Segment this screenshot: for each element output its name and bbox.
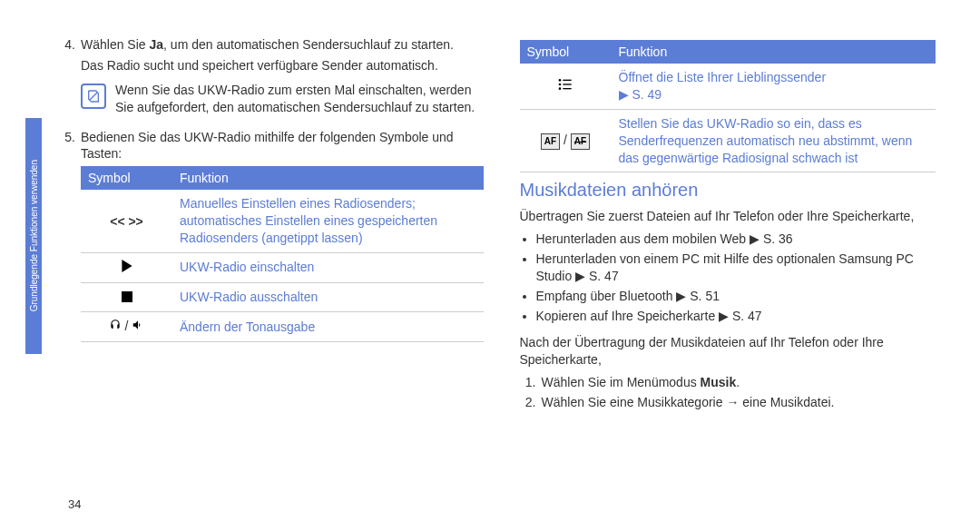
list-item: Kopieren auf Ihre Speicherkarte ▶ S. 47 [536,308,945,325]
play-icon [121,260,133,277]
left-column: 4. Wählen Sie Ja, um den automatischen S… [59,36,484,513]
note-icon [81,84,106,109]
svg-rect-1 [122,291,132,302]
table-header-function: Funktion [172,166,484,190]
svg-point-6 [559,87,562,90]
page-content: 4. Wählen Sie Ja, um den automatischen S… [0,0,980,531]
section-heading: Musikdateien anhören [520,180,945,201]
section-tab: Grundlegende Funktionen verwenden [25,118,42,354]
intro-text: Übertragen Sie zuerst Dateien auf Ihr Te… [520,208,945,225]
step-4: 4. Wählen Sie Ja, um den automatischen S… [59,36,484,54]
note-text: Wenn Sie das UKW-Radio zum ersten Mal ei… [115,82,484,116]
list-item: Empfang über Bluetooth ▶ S. 51 [536,288,945,305]
list-icon [558,78,573,95]
step-5: 5. Bedienen Sie das UKW-Radio mithilfe d… [59,129,484,163]
stop-icon [122,290,132,307]
table-row: UKW-Radio einschalten [81,253,484,283]
table-row: UKW-Radio ausschalten [81,282,484,312]
list-item: Herunterladen aus dem mobilen Web ▶ S. 3… [536,231,945,248]
function-cell: Stellen Sie das UKW-Radio so ein, dass e… [612,109,936,172]
right-column: Symbol Funktion Öffnet die Liste Ihrer L… [520,36,945,513]
step-number: 2. [520,394,536,411]
seek-icon: << >> [110,213,143,231]
section-tab-label: Grundlegende Funktionen verwenden [29,160,39,311]
step-2: 2. Wählen Sie eine Musikkategorie → eine… [520,394,945,411]
svg-rect-3 [563,80,571,81]
speaker-icon [132,319,144,336]
svg-rect-5 [563,84,571,84]
function-cell: Öffnet die Liste Ihrer Lieblingssender ▶… [612,64,936,109]
symbol-cell [81,282,172,312]
step-number: 1. [520,374,536,391]
step-number: 4. [59,36,75,54]
step-text: Wählen Sie eine Musikkategorie → eine Mu… [542,394,835,411]
step-4-sub: Das Radio sucht und speichert verfügbare… [81,57,484,74]
function-cell: Manuelles Einstellen eines Radiosenders;… [172,190,484,252]
step-text: Wählen Sie im Menümodus Musik. [542,374,740,391]
table-row: << >> Manuelles Einstellen eines Radiose… [81,190,484,252]
symbol-table-left: Symbol Funktion << >> Manuelles Einstell… [81,166,484,342]
table-row: / Ändern der Tonausgabe [81,312,484,342]
table-row: AF / AF Stellen Sie das UKW-Radio so ein… [520,109,936,172]
symbol-cell [520,64,612,109]
af-off-icon: AF [571,133,590,150]
table-header-symbol: Symbol [81,166,172,190]
step-number: 5. [59,129,75,163]
table-header-symbol: Symbol [520,40,612,64]
symbol-cell [81,253,172,283]
function-cell: UKW-Radio einschalten [172,253,484,283]
step-text: Wählen Sie Ja, um den automatischen Send… [81,36,454,54]
table-header-function: Funktion [612,40,936,64]
note-box: Wenn Sie das UKW-Radio zum ersten Mal ei… [81,82,484,116]
symbol-cell: / [81,312,172,342]
svg-point-4 [559,84,562,86]
svg-marker-0 [122,260,132,272]
headphone-icon [109,319,122,336]
bullet-list: Herunterladen aus dem mobilen Web ▶ S. 3… [520,231,945,324]
list-item: Herunterladen von einem PC mit Hilfe des… [536,251,945,285]
step-1: 1. Wählen Sie im Menümodus Musik. [520,374,945,391]
table-row: Öffnet die Liste Ihrer Lieblingssender ▶… [520,64,936,109]
symbol-table-right: Symbol Funktion Öffnet die Liste Ihrer L… [520,40,936,172]
svg-rect-7 [563,88,571,89]
symbol-cell: << >> [81,190,172,252]
page-number: 34 [68,497,81,511]
symbol-cell: AF / AF [520,109,612,172]
step-text: Bedienen Sie das UKW-Radio mithilfe der … [81,129,484,163]
function-cell: UKW-Radio ausschalten [172,282,484,312]
function-cell: Ändern der Tonausgabe [172,312,484,342]
svg-point-2 [559,79,562,82]
af-on-icon: AF [541,133,560,150]
after-text: Nach der Übertragung der Musikdateien au… [520,334,945,369]
